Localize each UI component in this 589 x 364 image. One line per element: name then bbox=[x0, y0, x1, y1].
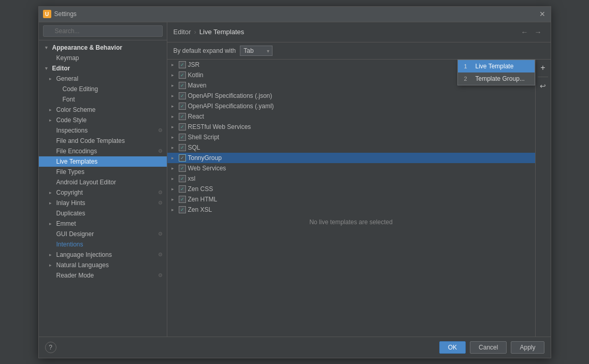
checkbox-xsl[interactable] bbox=[179, 175, 186, 182]
list-item[interactable]: ▸ OpenAPI Specifications (.json) bbox=[167, 91, 535, 101]
sidebar-item-appearance[interactable]: ▾ Appearance & Behavior bbox=[39, 42, 167, 53]
checkbox-shell[interactable] bbox=[179, 134, 186, 141]
sidebar-item-android-layout-editor[interactable]: Android Layout Editor bbox=[39, 177, 167, 187]
checkbox-web-services[interactable] bbox=[179, 165, 186, 172]
sidebar-item-inspections[interactable]: Inspections ⚙ bbox=[39, 125, 167, 136]
add-button[interactable]: + bbox=[537, 62, 549, 74]
settings-icon7: ⚙ bbox=[158, 272, 163, 278]
checkbox-sql[interactable] bbox=[179, 144, 186, 151]
list-item[interactable]: ▸ OpenAPI Specifications (.yaml) bbox=[167, 101, 535, 111]
expand-select-wrapper: Tab Enter Space bbox=[240, 46, 272, 56]
apply-button[interactable]: Apply bbox=[511, 341, 544, 354]
sidebar-item-font[interactable]: Font bbox=[39, 94, 167, 105]
list-item[interactable]: ▸ Shell Script bbox=[167, 132, 535, 142]
sidebar-item-language-injections[interactable]: ▸ Language Injections ⚙ bbox=[39, 250, 167, 260]
settings-icon4: ⚙ bbox=[158, 200, 163, 206]
sidebar-item-copyright[interactable]: ▸ Copyright ⚙ bbox=[39, 187, 167, 198]
content-header: Editor › Live Templates ← → bbox=[167, 22, 551, 42]
right-toolbar: + 1 Live Template 2 Template Group... bbox=[535, 60, 551, 337]
list-item[interactable]: ▸ Zen XSL bbox=[167, 205, 535, 215]
footer-buttons: OK Cancel Apply bbox=[439, 341, 544, 354]
settings-icon: ⚙ bbox=[158, 127, 163, 133]
template-list-area: ▸ JSR ▸ Kotlin ▸ Maven bbox=[167, 60, 535, 337]
checkbox-openapi-json[interactable] bbox=[179, 92, 186, 99]
settings-icon3: ⚙ bbox=[158, 190, 163, 195]
expand-label: By default expand with bbox=[174, 47, 236, 54]
list-item[interactable]: ▸ xsl bbox=[167, 173, 535, 184]
checkbox-tonny[interactable] bbox=[179, 154, 186, 162]
checkbox-restful[interactable] bbox=[179, 123, 186, 130]
list-item[interactable]: ▸ React bbox=[167, 111, 535, 122]
sidebar-item-file-encodings[interactable]: File Encodings ⚙ bbox=[39, 146, 167, 156]
sidebar-item-file-types[interactable]: File Types bbox=[39, 167, 167, 177]
undo-button[interactable]: ↩ bbox=[537, 80, 549, 92]
search-wrapper: 🔍 bbox=[43, 25, 163, 37]
list-item[interactable]: ▸ Zen HTML bbox=[167, 194, 535, 205]
list-item[interactable]: ▸ RESTful Web Services bbox=[167, 122, 535, 132]
main-split: ▸ JSR ▸ Kotlin ▸ Maven bbox=[167, 60, 551, 337]
add-dropdown-menu: 1 Live Template 2 Template Group... bbox=[457, 60, 535, 85]
app-icon: U bbox=[43, 10, 51, 18]
sidebar-item-keymap[interactable]: Keymap bbox=[39, 53, 167, 63]
sidebar-item-duplicates[interactable]: Duplicates bbox=[39, 208, 167, 219]
dialog-body: 🔍 ▾ Appearance & Behavior Keymap ▾ Edito… bbox=[39, 22, 551, 337]
title-bar-left: U Settings bbox=[43, 10, 77, 18]
back-button[interactable]: ← bbox=[519, 26, 531, 38]
cancel-button[interactable]: Cancel bbox=[470, 341, 507, 354]
nav-arrows: ← → bbox=[519, 26, 544, 38]
checkbox-maven[interactable] bbox=[179, 82, 186, 89]
ok-button[interactable]: OK bbox=[439, 341, 466, 354]
sidebar-item-gui-designer[interactable]: GUI Designer ⚙ bbox=[39, 229, 167, 239]
arrow-icon: ▾ bbox=[45, 45, 50, 50]
checkbox-kotlin[interactable] bbox=[179, 71, 186, 79]
search-box: 🔍 bbox=[39, 22, 167, 40]
no-selection-message: No live templates are selected bbox=[167, 219, 535, 226]
sidebar-item-inlay-hints[interactable]: ▸ Inlay Hints ⚙ bbox=[39, 198, 167, 208]
checkbox-jsr[interactable] bbox=[179, 61, 186, 68]
checkbox-zen-html[interactable] bbox=[179, 196, 186, 203]
sidebar-item-general[interactable]: ▸ General bbox=[39, 74, 167, 84]
checkbox-react[interactable] bbox=[179, 113, 186, 120]
dropdown-item-template-group[interactable]: 2 Template Group... bbox=[458, 72, 535, 85]
nav-tree: ▾ Appearance & Behavior Keymap ▾ Editor … bbox=[39, 40, 167, 337]
toolbar-separator bbox=[538, 77, 548, 77]
checkbox-openapi-yaml[interactable] bbox=[179, 103, 186, 110]
list-item-tonnygroup[interactable]: ▸ TonnyGroup bbox=[167, 153, 535, 163]
sidebar-item-code-editing[interactable]: Code Editing bbox=[39, 84, 167, 94]
breadcrumb-separator: › bbox=[194, 28, 196, 36]
dialog-footer: ? OK Cancel Apply bbox=[39, 337, 551, 358]
sidebar-item-reader-mode[interactable]: Reader Mode ⚙ bbox=[39, 270, 167, 281]
expand-select[interactable]: Tab Enter Space bbox=[240, 46, 272, 56]
sidebar-item-code-style[interactable]: ▸ Code Style bbox=[39, 115, 167, 125]
list-item[interactable]: ▸ SQL bbox=[167, 142, 535, 153]
settings-icon2: ⚙ bbox=[158, 148, 163, 154]
settings-dialog: U Settings ✕ 🔍 ▾ Appearance & Behavior bbox=[38, 6, 551, 358]
close-button[interactable]: ✕ bbox=[538, 10, 547, 18]
expand-row: By default expand with Tab Enter Space bbox=[167, 42, 551, 60]
settings-icon5: ⚙ bbox=[158, 231, 163, 237]
breadcrumb-current: Live Templates bbox=[199, 28, 244, 36]
sidebar-item-intentions[interactable]: Intentions bbox=[39, 239, 167, 250]
title-bar: U Settings ✕ bbox=[39, 7, 551, 22]
content-area: Editor › Live Templates ← → By default e… bbox=[167, 22, 551, 337]
sidebar-item-natural-languages[interactable]: ▸ Natural Languages bbox=[39, 260, 167, 270]
search-input[interactable] bbox=[43, 25, 163, 37]
sidebar: 🔍 ▾ Appearance & Behavior Keymap ▾ Edito… bbox=[39, 22, 167, 337]
sidebar-item-editor[interactable]: ▾ Editor bbox=[39, 63, 167, 74]
sidebar-item-live-templates[interactable]: Live Templates bbox=[39, 156, 167, 167]
sidebar-item-emmet[interactable]: ▸ Emmet bbox=[39, 219, 167, 229]
help-button[interactable]: ? bbox=[45, 342, 56, 353]
checkbox-zen-xsl[interactable] bbox=[179, 206, 186, 213]
dropdown-item-live-template[interactable]: 1 Live Template bbox=[458, 60, 535, 72]
list-item[interactable]: ▸ Web Services bbox=[167, 163, 535, 173]
settings-icon6: ⚙ bbox=[158, 252, 163, 257]
sidebar-item-color-scheme[interactable]: ▸ Color Scheme bbox=[39, 105, 167, 115]
sidebar-item-file-code-templates[interactable]: File and Code Templates bbox=[39, 136, 167, 146]
list-item[interactable]: ▸ Zen CSS bbox=[167, 184, 535, 194]
forward-button[interactable]: → bbox=[532, 26, 544, 38]
checkbox-zen-css[interactable] bbox=[179, 185, 186, 193]
breadcrumb: Editor › Live Templates bbox=[174, 28, 245, 36]
editor-arrow-icon: ▾ bbox=[45, 66, 50, 71]
window-title: Settings bbox=[54, 10, 77, 18]
breadcrumb-parent: Editor bbox=[174, 28, 191, 36]
